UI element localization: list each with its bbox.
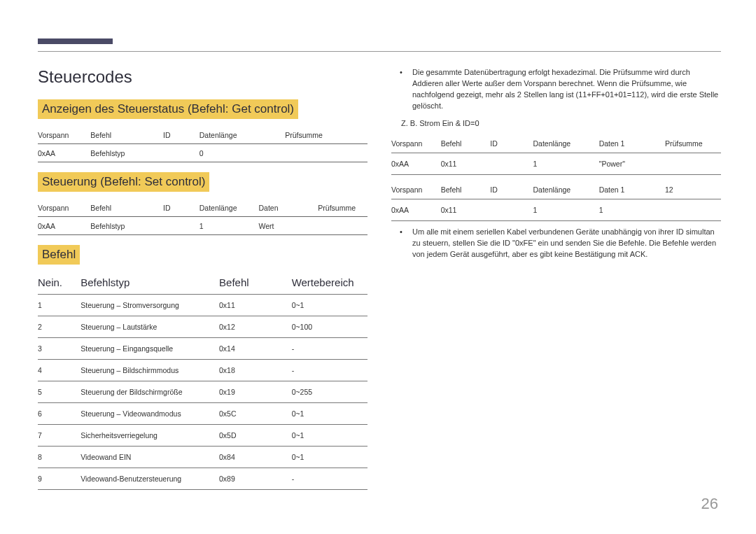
cell: 1 bbox=[533, 153, 599, 174]
table-row: 5Steuerung der Bildschirmgröße0x190~255 bbox=[38, 381, 368, 403]
cell: "Power" bbox=[599, 153, 665, 174]
header-rule bbox=[38, 51, 721, 52]
cell: 0 bbox=[200, 144, 285, 162]
cell: 3 bbox=[38, 338, 80, 360]
cell: 1 bbox=[599, 199, 665, 220]
cell bbox=[163, 144, 200, 162]
cell: 1 bbox=[38, 295, 80, 316]
cell bbox=[665, 199, 721, 220]
col-vorspann: Vorspann bbox=[391, 134, 441, 153]
table-row: 2Steuerung – Lautstärke0x120~100 bbox=[38, 316, 368, 338]
header-accent-bar bbox=[38, 38, 113, 44]
cell: 0x12 bbox=[219, 316, 292, 338]
cell: 2 bbox=[38, 316, 80, 338]
right-column: Die gesammte Datenübertragung erfolgt he… bbox=[391, 67, 721, 490]
cell: 0~1 bbox=[292, 447, 368, 468]
cell: Steuerung – Stromversorgung bbox=[80, 295, 219, 316]
table-set-control: Vorspann Befehl ID Datenlänge Daten Prüf… bbox=[38, 199, 368, 235]
col-datenlaenge: Datenlänge bbox=[200, 199, 259, 217]
cell: 0x18 bbox=[219, 360, 292, 381]
cell: - bbox=[292, 360, 368, 381]
cell: 0x14 bbox=[219, 338, 292, 360]
col-wertebereich: Wertebereich bbox=[292, 272, 368, 295]
table-example-2: Vorspann Befehl ID Datenlänge Daten 1 12… bbox=[391, 181, 721, 221]
cell: 0~1 bbox=[292, 295, 368, 316]
note-list-1: Die gesammte Datenübertragung erfolgt he… bbox=[391, 67, 721, 112]
col-id: ID bbox=[490, 181, 533, 199]
cell bbox=[285, 144, 368, 162]
col-befehlstyp: Befehlstyp bbox=[80, 272, 219, 295]
col-befehl: Befehl bbox=[441, 181, 491, 199]
cell bbox=[665, 153, 721, 174]
cell: 0~100 bbox=[292, 316, 368, 338]
cell: 4 bbox=[38, 360, 80, 381]
col-pruefsumme: Prüfsumme bbox=[285, 126, 368, 144]
cell: - bbox=[292, 338, 368, 360]
cell bbox=[490, 199, 533, 220]
cell: Steuerung der Bildschirmgröße bbox=[80, 381, 219, 403]
table-row: 8Videowand EIN0x840~1 bbox=[38, 447, 368, 468]
section-befehl: Befehl bbox=[38, 245, 80, 265]
col-nein: Nein. bbox=[38, 272, 80, 295]
cell: Wert bbox=[259, 217, 318, 235]
cell: 5 bbox=[38, 381, 80, 403]
cell: Steuerung – Eingangsquelle bbox=[80, 338, 219, 360]
cell bbox=[318, 217, 368, 235]
left-column: Steuercodes Anzeigen des Steuerstatus (B… bbox=[38, 67, 368, 490]
col-id: ID bbox=[163, 199, 200, 217]
cell: 0xAA bbox=[38, 217, 90, 235]
cell: 0x89 bbox=[219, 468, 292, 490]
cell: 0xAA bbox=[38, 144, 90, 162]
col-12: 12 bbox=[665, 181, 721, 199]
cell bbox=[163, 217, 200, 235]
content-columns: Steuercodes Anzeigen des Steuerstatus (B… bbox=[38, 67, 721, 490]
cell: 0x84 bbox=[219, 447, 292, 468]
col-id: ID bbox=[490, 134, 533, 153]
table-row: 9Videowand-Benutzersteuerung0x89- bbox=[38, 468, 368, 490]
col-vorspann: Vorspann bbox=[391, 181, 441, 199]
cell: Sicherheitsverriegelung bbox=[80, 425, 219, 447]
col-id: ID bbox=[163, 126, 200, 144]
section-set-control: Steuerung (Befehl: Set control) bbox=[38, 172, 209, 192]
col-vorspann: Vorspann bbox=[38, 199, 90, 217]
page-number: 26 bbox=[701, 495, 718, 513]
cell: Steuerung – Videowandmodus bbox=[80, 403, 219, 425]
note-list-2: Um alle mit einem seriellen Kabel verbun… bbox=[391, 227, 721, 260]
col-befehl: Befehl bbox=[441, 134, 491, 153]
note-broadcast-id: Um alle mit einem seriellen Kabel verbun… bbox=[412, 227, 721, 260]
cell: Steuerung – Lautstärke bbox=[80, 316, 219, 338]
cell: 0xAA bbox=[391, 199, 441, 220]
col-pruefsumme: Prüfsumme bbox=[318, 199, 368, 217]
example-label: Z. B. Strom Ein & ID=0 bbox=[401, 119, 721, 127]
cell: 0x11 bbox=[441, 199, 491, 220]
table-example-1: Vorspann Befehl ID Datenlänge Daten 1 Pr… bbox=[391, 134, 721, 175]
cell: Befehlstyp bbox=[90, 144, 163, 162]
cell: Videowand-Benutzersteuerung bbox=[80, 468, 219, 490]
cell: 0x11 bbox=[219, 295, 292, 316]
col-befehl: Befehl bbox=[90, 126, 163, 144]
col-daten: Daten bbox=[259, 199, 318, 217]
table-row: 6Steuerung – Videowandmodus0x5C0~1 bbox=[38, 403, 368, 425]
page-title: Steuercodes bbox=[38, 67, 368, 87]
cell: Befehlstyp bbox=[90, 217, 163, 235]
table-row: 1Steuerung – Stromversorgung0x110~1 bbox=[38, 295, 368, 316]
col-daten1: Daten 1 bbox=[599, 134, 665, 153]
cell: - bbox=[292, 468, 368, 490]
cell: 7 bbox=[38, 425, 80, 447]
table-command-list: Nein. Befehlstyp Befehl Wertebereich 1St… bbox=[38, 272, 368, 490]
table-row: 4Steuerung – Bildschirmmodus0x18- bbox=[38, 360, 368, 381]
cell: 0x5D bbox=[219, 425, 292, 447]
cell: 1 bbox=[533, 199, 599, 220]
col-befehl: Befehl bbox=[219, 272, 292, 295]
col-datenlaenge: Datenlänge bbox=[533, 134, 599, 153]
cell bbox=[490, 153, 533, 174]
section-get-control: Anzeigen des Steuerstatus (Befehl: Get c… bbox=[38, 99, 298, 119]
cell: Steuerung – Bildschirmmodus bbox=[80, 360, 219, 381]
table-get-control: Vorspann Befehl ID Datenlänge Prüfsumme … bbox=[38, 126, 368, 162]
cell: 0x11 bbox=[441, 153, 491, 174]
cell: 0~1 bbox=[292, 403, 368, 425]
table-row: 7Sicherheitsverriegelung0x5D0~1 bbox=[38, 425, 368, 447]
col-daten1: Daten 1 bbox=[599, 181, 665, 199]
col-datenlaenge: Datenlänge bbox=[200, 126, 285, 144]
cell: 6 bbox=[38, 403, 80, 425]
